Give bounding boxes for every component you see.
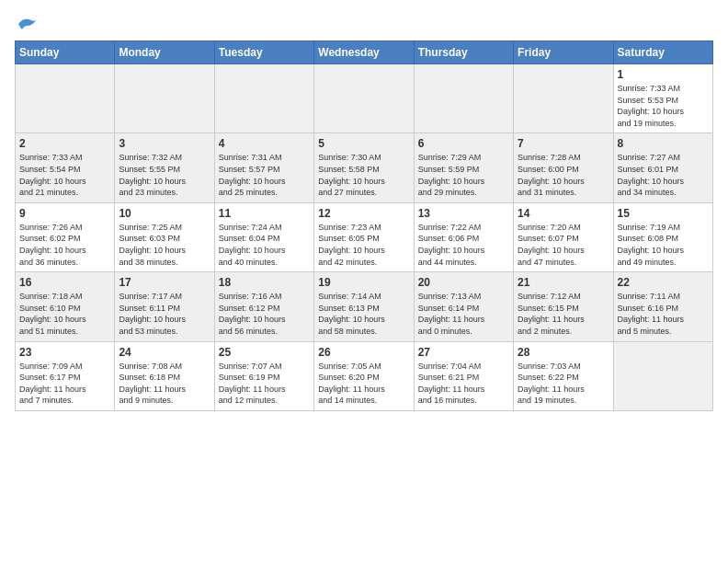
calendar-week-row: 23Sunrise: 7:09 AM Sunset: 6:17 PM Dayli…: [16, 341, 713, 410]
calendar-cell: 10Sunrise: 7:25 AM Sunset: 6:03 PM Dayli…: [115, 202, 214, 271]
calendar-table: SundayMondayTuesdayWednesdayThursdayFrid…: [15, 40, 713, 411]
day-number: 16: [19, 276, 110, 289]
day-number: 1: [618, 68, 709, 81]
calendar-cell: 22Sunrise: 7:11 AM Sunset: 6:16 PM Dayli…: [613, 272, 712, 341]
calendar-cell: [514, 64, 613, 133]
calendar-cell: 27Sunrise: 7:04 AM Sunset: 6:21 PM Dayli…: [414, 341, 513, 410]
day-number: 23: [19, 346, 110, 359]
day-info: Sunrise: 7:11 AM Sunset: 6:16 PM Dayligh…: [618, 291, 709, 337]
day-number: 10: [119, 207, 210, 220]
calendar-week-row: 9Sunrise: 7:26 AM Sunset: 6:02 PM Daylig…: [16, 202, 713, 271]
calendar-week-row: 2Sunrise: 7:33 AM Sunset: 5:54 PM Daylig…: [16, 133, 713, 202]
calendar-cell: [115, 64, 214, 133]
day-info: Sunrise: 7:29 AM Sunset: 5:59 PM Dayligh…: [418, 152, 509, 198]
calendar-cell: 26Sunrise: 7:05 AM Sunset: 6:20 PM Dayli…: [314, 341, 414, 410]
day-number: 17: [119, 276, 210, 289]
calendar-cell: 11Sunrise: 7:24 AM Sunset: 6:04 PM Dayli…: [214, 202, 313, 271]
day-number: 18: [219, 276, 310, 289]
calendar-cell: 18Sunrise: 7:16 AM Sunset: 6:12 PM Dayli…: [214, 272, 313, 341]
day-info: Sunrise: 7:12 AM Sunset: 6:15 PM Dayligh…: [518, 291, 609, 337]
day-number: 20: [418, 276, 509, 289]
day-info: Sunrise: 7:09 AM Sunset: 6:17 PM Dayligh…: [19, 361, 110, 407]
day-number: 25: [219, 346, 310, 359]
day-info: Sunrise: 7:23 AM Sunset: 6:05 PM Dayligh…: [318, 222, 409, 268]
calendar-week-row: 16Sunrise: 7:18 AM Sunset: 6:10 PM Dayli…: [16, 272, 713, 341]
day-number: 5: [318, 137, 409, 150]
calendar-cell: 9Sunrise: 7:26 AM Sunset: 6:02 PM Daylig…: [16, 202, 115, 271]
calendar-cell: [314, 64, 414, 133]
calendar-cell: 6Sunrise: 7:29 AM Sunset: 5:59 PM Daylig…: [414, 133, 513, 202]
day-number: 14: [518, 207, 609, 220]
calendar-cell: [414, 64, 513, 133]
day-info: Sunrise: 7:07 AM Sunset: 6:19 PM Dayligh…: [219, 361, 310, 407]
day-info: Sunrise: 7:05 AM Sunset: 6:20 PM Dayligh…: [318, 361, 409, 407]
day-number: 28: [518, 346, 609, 359]
day-info: Sunrise: 7:27 AM Sunset: 6:01 PM Dayligh…: [618, 152, 709, 198]
calendar-cell: 16Sunrise: 7:18 AM Sunset: 6:10 PM Dayli…: [16, 272, 115, 341]
calendar-cell: 28Sunrise: 7:03 AM Sunset: 6:22 PM Dayli…: [514, 341, 613, 410]
column-header-tuesday: Tuesday: [214, 41, 313, 64]
day-number: 12: [318, 207, 409, 220]
calendar-week-row: 1Sunrise: 7:33 AM Sunset: 5:53 PM Daylig…: [16, 64, 713, 133]
day-number: 7: [518, 137, 609, 150]
calendar-cell: [613, 341, 712, 410]
calendar-cell: 23Sunrise: 7:09 AM Sunset: 6:17 PM Dayli…: [16, 341, 115, 410]
day-info: Sunrise: 7:31 AM Sunset: 5:57 PM Dayligh…: [219, 152, 310, 198]
calendar-cell: [214, 64, 313, 133]
day-number: 11: [219, 207, 310, 220]
day-info: Sunrise: 7:22 AM Sunset: 6:06 PM Dayligh…: [418, 222, 509, 268]
calendar-cell: 3Sunrise: 7:32 AM Sunset: 5:55 PM Daylig…: [115, 133, 214, 202]
calendar-cell: 24Sunrise: 7:08 AM Sunset: 6:18 PM Dayli…: [115, 341, 214, 410]
calendar-cell: 8Sunrise: 7:27 AM Sunset: 6:01 PM Daylig…: [613, 133, 712, 202]
day-number: 3: [119, 137, 210, 150]
day-number: 19: [318, 276, 409, 289]
column-header-friday: Friday: [514, 41, 613, 64]
calendar-cell: 1Sunrise: 7:33 AM Sunset: 5:53 PM Daylig…: [613, 64, 712, 133]
logo-bird-icon: [17, 15, 39, 33]
column-header-saturday: Saturday: [613, 41, 712, 64]
day-number: 8: [618, 137, 709, 150]
day-number: 27: [418, 346, 509, 359]
day-number: 13: [418, 207, 509, 220]
day-info: Sunrise: 7:17 AM Sunset: 6:11 PM Dayligh…: [119, 291, 210, 337]
day-number: 21: [518, 276, 609, 289]
calendar-header-row: SundayMondayTuesdayWednesdayThursdayFrid…: [16, 41, 713, 64]
day-info: Sunrise: 7:19 AM Sunset: 6:08 PM Dayligh…: [618, 222, 709, 268]
day-info: Sunrise: 7:04 AM Sunset: 6:21 PM Dayligh…: [418, 361, 509, 407]
day-info: Sunrise: 7:30 AM Sunset: 5:58 PM Dayligh…: [318, 152, 409, 198]
column-header-wednesday: Wednesday: [314, 41, 414, 64]
calendar-cell: 5Sunrise: 7:30 AM Sunset: 5:58 PM Daylig…: [314, 133, 414, 202]
column-header-monday: Monday: [115, 41, 214, 64]
logo: [15, 15, 39, 33]
day-info: Sunrise: 7:20 AM Sunset: 6:07 PM Dayligh…: [518, 222, 609, 268]
column-header-sunday: Sunday: [16, 41, 115, 64]
day-info: Sunrise: 7:28 AM Sunset: 6:00 PM Dayligh…: [518, 152, 609, 198]
page-header: [15, 15, 713, 33]
calendar-cell: 12Sunrise: 7:23 AM Sunset: 6:05 PM Dayli…: [314, 202, 414, 271]
day-number: 24: [119, 346, 210, 359]
day-info: Sunrise: 7:08 AM Sunset: 6:18 PM Dayligh…: [119, 361, 210, 407]
calendar-cell: 15Sunrise: 7:19 AM Sunset: 6:08 PM Dayli…: [613, 202, 712, 271]
calendar-cell: 14Sunrise: 7:20 AM Sunset: 6:07 PM Dayli…: [514, 202, 613, 271]
day-info: Sunrise: 7:18 AM Sunset: 6:10 PM Dayligh…: [19, 291, 110, 337]
calendar-cell: [16, 64, 115, 133]
day-info: Sunrise: 7:33 AM Sunset: 5:53 PM Dayligh…: [618, 83, 709, 129]
calendar-cell: 4Sunrise: 7:31 AM Sunset: 5:57 PM Daylig…: [214, 133, 313, 202]
day-number: 2: [19, 137, 110, 150]
day-info: Sunrise: 7:33 AM Sunset: 5:54 PM Dayligh…: [19, 152, 110, 198]
day-number: 9: [19, 207, 110, 220]
day-info: Sunrise: 7:26 AM Sunset: 6:02 PM Dayligh…: [19, 222, 110, 268]
calendar-cell: 25Sunrise: 7:07 AM Sunset: 6:19 PM Dayli…: [214, 341, 313, 410]
day-info: Sunrise: 7:16 AM Sunset: 6:12 PM Dayligh…: [219, 291, 310, 337]
calendar-cell: 20Sunrise: 7:13 AM Sunset: 6:14 PM Dayli…: [414, 272, 513, 341]
day-info: Sunrise: 7:14 AM Sunset: 6:13 PM Dayligh…: [318, 291, 409, 337]
day-number: 22: [618, 276, 709, 289]
calendar-cell: 17Sunrise: 7:17 AM Sunset: 6:11 PM Dayli…: [115, 272, 214, 341]
day-number: 26: [318, 346, 409, 359]
column-header-thursday: Thursday: [414, 41, 513, 64]
calendar-cell: 13Sunrise: 7:22 AM Sunset: 6:06 PM Dayli…: [414, 202, 513, 271]
day-number: 4: [219, 137, 310, 150]
calendar-cell: 21Sunrise: 7:12 AM Sunset: 6:15 PM Dayli…: [514, 272, 613, 341]
day-info: Sunrise: 7:32 AM Sunset: 5:55 PM Dayligh…: [119, 152, 210, 198]
day-info: Sunrise: 7:25 AM Sunset: 6:03 PM Dayligh…: [119, 222, 210, 268]
